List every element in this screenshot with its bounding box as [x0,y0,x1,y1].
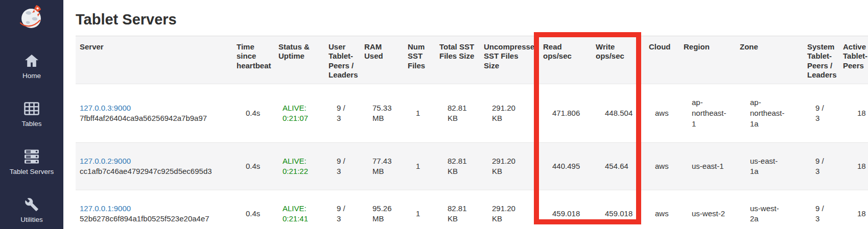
column-header-uncompressed-sst-size: Uncompressed SST Files Size [480,36,539,84]
status-alive: ALIVE: 0:21:22 [283,156,313,177]
cell-cloud: aws [645,190,679,229]
cell-time-since-heartbeat: 0.4s [232,143,274,190]
cell-ram-used: 77.43 MB [360,143,404,190]
cell-ram-used: 95.26 MB [360,190,404,229]
status-alive: ALIVE: 0:21:41 [283,203,313,224]
value: 75.33 MB [372,103,397,124]
cell-cloud: aws [645,143,679,190]
sidebar-item-label: Tablet Servers [10,168,54,175]
sidebar-item-utilities[interactable]: Utilities [0,197,63,223]
cell-read-ops: 440.495 [539,143,592,190]
cell-cloud: aws [645,84,679,143]
home-icon [24,53,39,68]
value: ap-northeast-1 [692,97,730,129]
tablet-servers-table: Server Time since heartbeat Status & Upt… [76,36,868,229]
sidebar: Home Tables [0,0,63,229]
column-header-zone: Zone [736,36,803,84]
table-header-row: Server Time since heartbeat Status & Upt… [76,36,868,84]
cell-total-sst-size: 82.81 KB [435,143,480,190]
value: us-east-1 [692,161,730,172]
value: 82.81 KB [448,103,471,124]
yugabyte-logo-icon [19,4,44,30]
sidebar-item-label: Home [22,72,41,80]
cell-system-tablet-peers: 9 / 3 [803,190,839,229]
cell-status-uptime: ALIVE: 0:21:07 [274,84,324,143]
sidebar-nav: Home Tables [0,53,63,223]
server-link[interactable]: 127.0.0.3:9000 [80,104,131,112]
server-uuid: cc1afb7c46ae4792947c925d5ec695d3 [80,166,228,177]
column-header-read-ops: Read ops/sec [539,36,592,84]
value: us-west-2 [692,209,730,219]
value: 291.20 KB [492,203,520,224]
cell-active-tablet-peers: 18 [839,84,868,143]
cell-region: ap-northeast-1 [679,84,736,143]
sidebar-item-label: Utilities [20,216,43,223]
cell-num-sst-files: 1 [404,143,435,190]
cell-region: us-west-2 [679,190,736,229]
cell-uncompressed-sst-size: 291.20 KB [480,143,539,190]
table-row: 127.0.0.1:9000 52b6278c6f894a1fb0525f523… [76,190,868,229]
column-header-server: Server [76,36,232,84]
sidebar-item-tablet-servers[interactable]: Tablet Servers [0,149,63,175]
column-header-status-uptime: Status & Uptime [274,36,324,84]
table-body: 127.0.0.3:9000 7fbff4af26404ca9a56256942… [76,84,868,229]
cell-time-since-heartbeat: 0.4s [232,84,274,143]
column-header-system-tablet-peers: System Tablet-Peers / Leaders [803,36,839,84]
cell-write-ops: 454.64 [592,143,645,190]
cell-read-ops: 471.806 [539,84,592,143]
cell-server: 127.0.0.2:9000 cc1afb7c46ae4792947c925d5… [76,143,232,190]
cell-user-tablet-peers: 9 / 3 [324,190,360,229]
server-uuid: 7fbff4af26404ca9a56256942a7b9a97 [80,113,228,124]
main-content: Tablet Servers Server Time since heartbe… [63,10,868,229]
value: 9 / 3 [815,156,829,177]
cell-active-tablet-peers: 18 [839,143,868,190]
cell-active-tablet-peers: 18 [839,190,868,229]
server-link[interactable]: 127.0.0.2:9000 [80,157,131,165]
sidebar-item-home[interactable]: Home [0,53,63,80]
column-header-time-since-heartbeat: Time since heartbeat [232,36,274,84]
cell-total-sst-size: 82.81 KB [435,84,480,143]
server-uuid: 52b6278c6f894a1fb0525f523e20a4e7 [80,214,228,224]
cell-total-sst-size: 82.81 KB [435,190,480,229]
yugabyte-logo[interactable] [19,4,44,30]
cell-time-since-heartbeat: 0.4s [232,190,274,229]
cell-user-tablet-peers: 9 / 3 [324,143,360,190]
column-header-cloud: Cloud [645,36,679,84]
value: ap-northeast-1a [750,97,783,129]
cell-num-sst-files: 1 [404,84,435,143]
value: 95.26 MB [372,203,397,224]
value: 291.20 KB [492,103,520,124]
column-header-active-tablet-peers: Active Tablet-Peers [839,36,868,84]
value: 77.43 MB [372,156,397,177]
table-row: 127.0.0.3:9000 7fbff4af26404ca9a56256942… [76,84,868,143]
cell-zone: us-east-1a [736,143,803,190]
cell-read-ops: 459.018 [539,190,592,229]
page-title: Tablet Servers [76,10,868,29]
value: us-east-1a [750,156,783,177]
column-header-ram-used: RAM Used [360,36,404,84]
cell-system-tablet-peers: 9 / 3 [803,143,839,190]
cell-status-uptime: ALIVE: 0:21:41 [274,190,324,229]
cell-uncompressed-sst-size: 291.20 KB [480,190,539,229]
table-header: Server Time since heartbeat Status & Upt… [76,36,868,84]
cell-server: 127.0.0.3:9000 7fbff4af26404ca9a56256942… [76,84,232,143]
sidebar-item-tables[interactable]: Tables [0,101,63,128]
cell-zone: us-west-2a [736,190,803,229]
cell-num-sst-files: 1 [404,190,435,229]
server-link[interactable]: 127.0.0.1:9000 [80,204,131,213]
column-header-num-sst-files: Num SST Files [404,36,435,84]
cell-zone: ap-northeast-1a [736,84,803,143]
column-header-write-ops: Write ops/sec [592,36,645,84]
cell-write-ops: 448.504 [592,84,645,143]
column-header-total-sst-size: Total SST Files Size [435,36,480,84]
value: 82.81 KB [448,156,471,177]
value: 82.81 KB [448,203,471,224]
value: us-west-2a [750,203,783,224]
column-header-user-tablet-peers: User Tablet-Peers / Leaders [324,36,360,84]
cell-uncompressed-sst-size: 291.20 KB [480,84,539,143]
value: 9 / 3 [337,203,350,224]
value: 291.20 KB [492,156,520,177]
cell-user-tablet-peers: 9 / 3 [324,84,360,143]
status-alive: ALIVE: 0:21:07 [283,103,313,124]
tablet-servers-icon [24,149,39,164]
